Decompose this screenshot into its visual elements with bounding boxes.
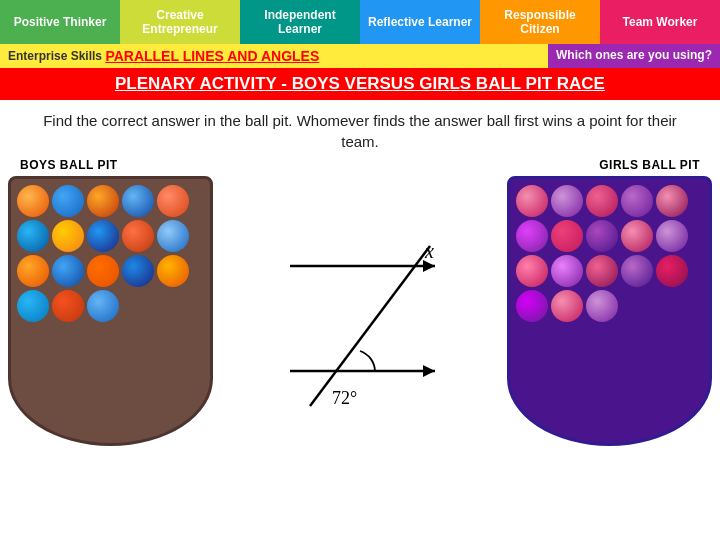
ball bbox=[87, 255, 119, 287]
ball bbox=[656, 220, 688, 252]
ball bbox=[157, 220, 189, 252]
ball bbox=[551, 290, 583, 322]
ball bbox=[516, 290, 548, 322]
girls-ball-pit bbox=[507, 176, 712, 446]
ball bbox=[621, 220, 653, 252]
ball bbox=[87, 290, 119, 322]
parallel-lines-title: PARALLEL LINES AND ANGLES bbox=[105, 48, 319, 64]
ball bbox=[122, 255, 154, 287]
ball bbox=[586, 220, 618, 252]
ball bbox=[516, 185, 548, 217]
ball bbox=[52, 185, 84, 217]
ball bbox=[17, 185, 49, 217]
ball bbox=[157, 185, 189, 217]
ball bbox=[586, 290, 618, 322]
girls-ball-pit-label: GIRLS BALL PIT bbox=[599, 158, 700, 172]
ball bbox=[516, 255, 548, 287]
ball bbox=[52, 255, 84, 287]
enterprise-skills-label: Enterprise Skills PARALLEL LINES AND ANG… bbox=[0, 44, 548, 68]
ball bbox=[17, 290, 49, 322]
ball bbox=[122, 185, 154, 217]
angle-svg: x 72° bbox=[260, 186, 460, 446]
ball bbox=[656, 185, 688, 217]
ball bbox=[586, 255, 618, 287]
nav-responsible-citizen[interactable]: Responsible Citizen bbox=[480, 0, 600, 44]
nav-team-worker[interactable]: Team Worker bbox=[600, 0, 720, 44]
ball bbox=[656, 255, 688, 287]
instructions-text: Find the correct answer in the ball pit.… bbox=[0, 100, 720, 158]
nav-positive-thinker[interactable]: Positive Thinker bbox=[0, 0, 120, 44]
ball bbox=[87, 185, 119, 217]
ball bbox=[52, 290, 84, 322]
activity-title: PLENARY ACTIVITY - BOYS VERSUS GIRLS BAL… bbox=[0, 68, 720, 100]
ball bbox=[586, 185, 618, 217]
svg-line-2 bbox=[310, 246, 430, 406]
nav-bar: Positive Thinker Creative Entrepreneur I… bbox=[0, 0, 720, 44]
ball bbox=[52, 220, 84, 252]
ball bbox=[551, 255, 583, 287]
angle-diagram: x 72° bbox=[213, 176, 507, 456]
nav-reflective-learner[interactable]: Reflective Learner bbox=[360, 0, 480, 44]
ball bbox=[122, 220, 154, 252]
ball bbox=[157, 255, 189, 287]
ball bbox=[516, 220, 548, 252]
svg-marker-4 bbox=[423, 365, 435, 377]
main-content: x 72° bbox=[0, 176, 720, 456]
svg-text:72°: 72° bbox=[332, 388, 357, 408]
svg-text:x: x bbox=[424, 240, 434, 262]
ball bbox=[621, 185, 653, 217]
boys-ball-pit-label: BOYS BALL PIT bbox=[20, 158, 118, 172]
ball bbox=[87, 220, 119, 252]
ball bbox=[17, 220, 49, 252]
boys-ball-pit bbox=[8, 176, 213, 446]
ball bbox=[551, 220, 583, 252]
ball bbox=[17, 255, 49, 287]
enterprise-row: Enterprise Skills PARALLEL LINES AND ANG… bbox=[0, 44, 720, 68]
which-ones-label: Which ones are you using? bbox=[548, 44, 720, 68]
nav-creative-entrepreneur[interactable]: Creative Entrepreneur bbox=[120, 0, 240, 44]
ball bbox=[621, 255, 653, 287]
ball-pit-labels: BOYS BALL PIT GIRLS BALL PIT bbox=[0, 158, 720, 172]
nav-independent-learner[interactable]: Independent Learner bbox=[240, 0, 360, 44]
ball bbox=[551, 185, 583, 217]
